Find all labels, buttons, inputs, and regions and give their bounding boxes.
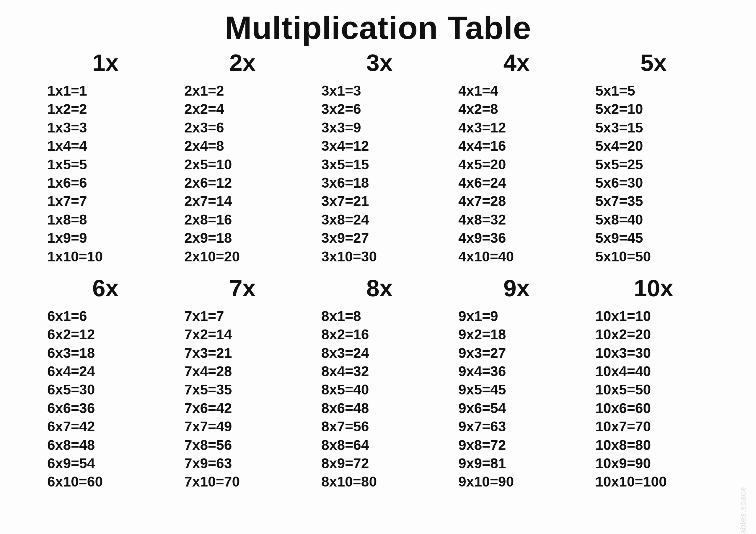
times-column-9: 9x 9x1=9 9x2=18 9x3=27 9x4=36 9x5=45 9x6… bbox=[455, 275, 575, 491]
times-row: 7x6=42 bbox=[184, 399, 301, 418]
times-row: 1x5=5 bbox=[47, 156, 164, 174]
times-row: 7x2=14 bbox=[184, 325, 301, 344]
times-row: 4x7=28 bbox=[458, 192, 575, 210]
times-row: 10x7=70 bbox=[595, 418, 712, 436]
times-row: 8x7=56 bbox=[321, 418, 438, 436]
times-row: 3x2=6 bbox=[321, 100, 438, 118]
times-row: 3x6=18 bbox=[321, 174, 438, 192]
times-row: 10x9=90 bbox=[595, 454, 712, 472]
column-header: 10x bbox=[595, 275, 712, 302]
times-row: 4x9=36 bbox=[458, 229, 575, 247]
times-row: 1x3=3 bbox=[47, 118, 164, 137]
times-row: 6x8=48 bbox=[47, 436, 164, 454]
times-row: 5x9=45 bbox=[595, 229, 712, 247]
times-row: 9x5=45 bbox=[458, 381, 575, 399]
times-row: 6x10=60 bbox=[47, 472, 164, 491]
times-row: 1x9=9 bbox=[47, 229, 164, 247]
times-row: 9x3=27 bbox=[458, 344, 575, 362]
times-row: 2x7=14 bbox=[184, 192, 301, 210]
page: Multiplication Table 1x 1x1=1 1x2=2 1x3=… bbox=[0, 0, 756, 534]
times-row: 5x5=25 bbox=[595, 156, 712, 174]
times-row: 4x6=24 bbox=[458, 174, 575, 192]
times-column-2: 2x 2x1=2 2x2=4 2x3=6 2x4=8 2x5=10 2x6=12… bbox=[181, 49, 301, 266]
times-row: 5x6=30 bbox=[595, 174, 712, 192]
times-row: 2x3=6 bbox=[184, 118, 301, 137]
page-title: Multiplication Table bbox=[41, 9, 715, 46]
times-column-7: 7x 7x1=7 7x2=14 7x3=21 7x4=28 7x5=35 7x6… bbox=[181, 275, 301, 491]
times-column-1: 1x 1x1=1 1x2=2 1x3=3 1x4=4 1x5=5 1x6=6 1… bbox=[44, 49, 164, 266]
times-row: 2x1=2 bbox=[184, 82, 301, 100]
times-row: 7x4=28 bbox=[184, 362, 301, 381]
times-row: 3x3=9 bbox=[321, 118, 438, 137]
times-column-8: 8x 8x1=8 8x2=16 8x3=24 8x4=32 8x5=40 8x6… bbox=[318, 275, 438, 491]
times-row: 4x10=40 bbox=[458, 247, 575, 266]
times-row: 10x3=30 bbox=[595, 344, 712, 362]
times-row: 1x6=6 bbox=[47, 174, 164, 192]
times-row: 9x8=72 bbox=[458, 436, 575, 454]
times-row: 8x10=80 bbox=[321, 472, 438, 491]
times-row: 5x7=35 bbox=[595, 192, 712, 210]
times-row: 3x4=12 bbox=[321, 137, 438, 155]
times-row: 7x7=49 bbox=[184, 418, 301, 436]
times-row: 6x7=42 bbox=[47, 418, 164, 436]
times-row: 10x10=100 bbox=[595, 472, 712, 491]
times-row: 3x8=24 bbox=[321, 211, 438, 229]
times-row: 6x5=30 bbox=[47, 381, 164, 399]
times-row: 8x2=16 bbox=[321, 325, 438, 344]
times-row: 1x10=10 bbox=[47, 247, 164, 266]
times-row: 5x8=40 bbox=[595, 211, 712, 229]
times-row: 6x9=54 bbox=[47, 454, 164, 472]
column-header: 8x bbox=[321, 275, 438, 302]
times-row: 8x9=72 bbox=[321, 454, 438, 472]
column-header: 2x bbox=[184, 49, 301, 76]
times-row: 2x8=16 bbox=[184, 211, 301, 229]
times-row: 7x10=70 bbox=[184, 472, 301, 491]
times-row: 9x9=81 bbox=[458, 454, 575, 472]
times-column-6: 6x 6x1=6 6x2=12 6x3=18 6x4=24 6x5=30 6x6… bbox=[44, 275, 164, 491]
times-row: 9x4=36 bbox=[458, 362, 575, 381]
times-row: 9x10=90 bbox=[458, 472, 575, 491]
times-row: 10x6=60 bbox=[595, 399, 712, 418]
times-row: 4x2=8 bbox=[458, 100, 575, 118]
column-header: 3x bbox=[321, 49, 438, 76]
times-row: 7x9=63 bbox=[184, 454, 301, 472]
times-row: 5x4=20 bbox=[595, 137, 712, 155]
times-row: 6x1=6 bbox=[47, 307, 164, 325]
times-row: 5x10=50 bbox=[595, 247, 712, 266]
times-row: 8x5=40 bbox=[321, 381, 438, 399]
times-column-3: 3x 3x1=3 3x2=6 3x3=9 3x4=12 3x5=15 3x6=1… bbox=[318, 49, 438, 266]
column-header: 9x bbox=[458, 275, 575, 302]
times-row: 4x8=32 bbox=[458, 211, 575, 229]
times-row: 5x1=5 bbox=[595, 82, 712, 100]
times-row: 9x6=54 bbox=[458, 399, 575, 418]
column-header: 4x bbox=[458, 49, 575, 76]
watermark-text: https://Printables.space bbox=[738, 487, 748, 534]
times-row: 1x4=4 bbox=[47, 137, 164, 155]
times-row: 7x8=56 bbox=[184, 436, 301, 454]
column-header: 5x bbox=[595, 49, 712, 76]
times-row: 8x4=32 bbox=[321, 362, 438, 381]
times-row: 9x1=9 bbox=[458, 307, 575, 325]
times-row: 2x6=12 bbox=[184, 174, 301, 192]
times-row: 8x1=8 bbox=[321, 307, 438, 325]
times-row: 6x3=18 bbox=[47, 344, 164, 362]
multiplication-grid: 1x 1x1=1 1x2=2 1x3=3 1x4=4 1x5=5 1x6=6 1… bbox=[41, 49, 715, 491]
column-header: 6x bbox=[47, 275, 164, 302]
times-row: 4x5=20 bbox=[458, 156, 575, 174]
times-row: 2x10=20 bbox=[184, 247, 301, 266]
times-row: 5x2=10 bbox=[595, 100, 712, 118]
times-row: 10x2=20 bbox=[595, 325, 712, 344]
times-row: 10x4=40 bbox=[595, 362, 712, 381]
times-row: 7x5=35 bbox=[184, 381, 301, 399]
times-row: 2x2=4 bbox=[184, 100, 301, 118]
times-row: 6x2=12 bbox=[47, 325, 164, 344]
times-row: 9x2=18 bbox=[458, 325, 575, 344]
times-row: 1x7=7 bbox=[47, 192, 164, 210]
times-row: 9x7=63 bbox=[458, 418, 575, 436]
times-row: 1x8=8 bbox=[47, 211, 164, 229]
times-row: 3x5=15 bbox=[321, 156, 438, 174]
times-row: 7x3=21 bbox=[184, 344, 301, 362]
times-row: 2x9=18 bbox=[184, 229, 301, 247]
times-row: 2x5=10 bbox=[184, 156, 301, 174]
times-row: 6x6=36 bbox=[47, 399, 164, 418]
